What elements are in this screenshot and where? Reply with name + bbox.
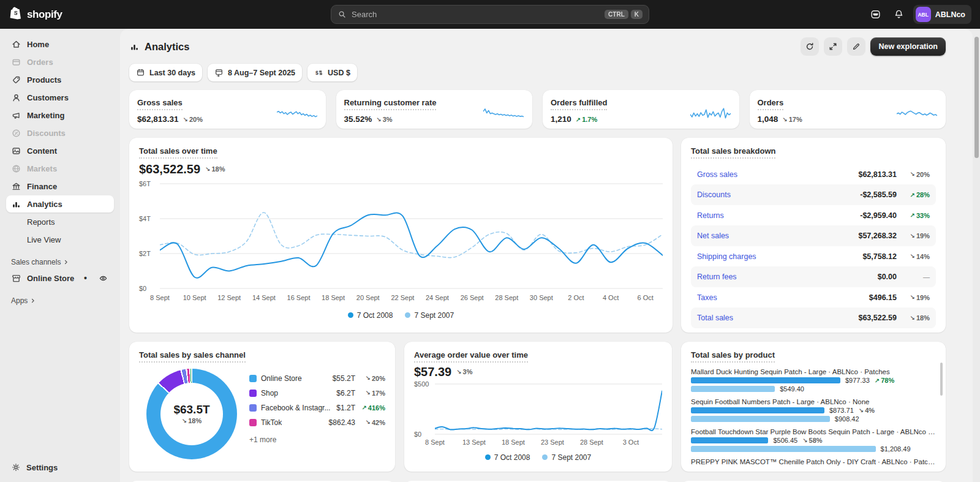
sales-channel-donut[interactable]: $63.5T ↘18%: [146, 369, 237, 459]
sidebar-item-analytics[interactable]: Analytics: [6, 195, 114, 213]
x-tick-label: 26 Sept: [461, 294, 484, 301]
legend-item-7-sept-2007[interactable]: 7 Sept 2007: [405, 311, 454, 320]
metric-title[interactable]: Orders fulfilled: [551, 98, 607, 110]
total-sales-line-chart[interactable]: [160, 183, 663, 290]
search-placeholder: Search: [352, 10, 377, 19]
product-name-link[interactable]: Mallard Duck Hunting Sequin Patch - Larg…: [691, 368, 936, 375]
sidebar-item-reports[interactable]: Reports: [6, 213, 114, 230]
legend-item-7-sept-2007[interactable]: 7 Sept 2007: [542, 453, 591, 462]
metric-card-orders: Orders1,048↘17%: [750, 90, 946, 129]
product-name-link[interactable]: Sequin Football Numbers Patch - Large · …: [691, 398, 936, 405]
breakdown-link[interactable]: Return fees: [697, 273, 737, 281]
filter-usd[interactable]: $USD $: [307, 64, 357, 81]
sidebar-item-label: Markets: [27, 164, 57, 173]
sales-by-product-card: Total sales by product Mallard Duck Hunt…: [681, 342, 946, 472]
chevron-right-icon: [62, 258, 70, 266]
user-name: ABLNco: [935, 10, 965, 19]
filter-8-aug-7-sept-2025[interactable]: 8 Aug–7 Sept 2025: [208, 64, 302, 81]
average-order-value-title[interactable]: Average order value over time: [414, 350, 528, 363]
sidekick-icon[interactable]: [867, 6, 885, 24]
product-bar-previous: $908.42: [691, 416, 936, 423]
content-icon: [11, 146, 21, 156]
sidebar-item-home[interactable]: Home: [6, 36, 114, 53]
channel-legend-facebook-instagr[interactable]: Facebook & Instagr...$1.2T↗416%: [249, 401, 385, 415]
x-tick-label: 24 Sept: [426, 294, 449, 301]
x-tick-label: 12 Sept: [217, 294, 241, 301]
channel-legend-online-store[interactable]: Online Store$55.2T↘20%: [249, 371, 385, 386]
y-tick-label: $6T: [139, 180, 151, 187]
total-sales-over-time-title[interactable]: Total sales over time: [139, 146, 217, 159]
eye-icon[interactable]: [97, 273, 109, 284]
sidebar-item-markets[interactable]: Markets: [6, 160, 114, 177]
breakdown-link[interactable]: Discounts: [697, 190, 731, 199]
y-axis-labels: $0$2T$4T$6T: [139, 183, 160, 290]
sidebar-section-apps[interactable]: Apps: [11, 296, 109, 305]
delta: ↘3%: [376, 116, 392, 123]
breakdown-link[interactable]: Shipping charges: [697, 252, 756, 261]
legend-item-7-oct-2008[interactable]: 7 Oct 2008: [348, 311, 393, 320]
edit-pencil-icon[interactable]: [847, 37, 865, 56]
notifications-bell-icon[interactable]: [890, 6, 908, 24]
product-item: Mallard Duck Hunting Sequin Patch - Larg…: [691, 368, 936, 393]
gear-icon: [11, 462, 21, 472]
aov-line-chart[interactable]: [435, 383, 662, 435]
breakdown-link[interactable]: Net sales: [697, 232, 729, 240]
sales-by-product-title[interactable]: Total sales by product: [691, 350, 775, 363]
legend-item-7-oct-2008[interactable]: 7 Oct 2008: [485, 453, 530, 462]
discounts-icon: [11, 128, 21, 138]
page-title: Analytics: [129, 41, 189, 53]
breakdown-link[interactable]: Taxes: [697, 293, 717, 302]
sales-by-channel-title[interactable]: Total sales by sales channel: [139, 350, 246, 363]
sidebar-item-orders[interactable]: Orders: [6, 53, 114, 70]
sidebar-item-customers[interactable]: Customers: [6, 89, 114, 106]
channel-name: Shop: [261, 389, 278, 397]
metric-card-gross-sales: Gross sales$62,813.31↘20%: [129, 90, 326, 129]
metric-value: 1,048: [758, 115, 778, 124]
sidebar-item-content[interactable]: Content: [6, 142, 114, 159]
sidebar-item-finance[interactable]: Finance: [6, 178, 114, 195]
legend-swatch: [249, 375, 257, 382]
expand-icon[interactable]: [824, 37, 842, 56]
legend-swatch: [249, 419, 257, 426]
sidebar-item-live-view[interactable]: Live View: [6, 231, 114, 248]
user-menu[interactable]: ABL ABLNco: [913, 5, 971, 24]
channel-legend-shop[interactable]: Shop$6.2T↘17%: [249, 386, 385, 401]
new-exploration-button[interactable]: New exploration: [870, 37, 946, 56]
kbd-k: K: [631, 10, 643, 19]
product-name-link[interactable]: Football Touchdown Star Purple Bow Boots…: [691, 428, 936, 435]
total-sales-breakdown-title[interactable]: Total sales breakdown: [691, 146, 775, 159]
sidebar-item-marketing[interactable]: Marketing: [6, 107, 114, 124]
breakdown-link[interactable]: Gross sales: [697, 170, 737, 179]
channel-legend-tiktok[interactable]: TikTok$862.43↘42%: [249, 415, 385, 430]
search-input[interactable]: Search CTRL K: [331, 5, 649, 24]
metric-title[interactable]: Returning customer rate: [344, 98, 437, 110]
sidebar-item-discounts[interactable]: Discounts: [6, 124, 114, 141]
sidebar-item-products[interactable]: Products: [6, 71, 114, 88]
sidebar-item-online-store[interactable]: Online Store •: [6, 269, 114, 287]
delta: ↘42%: [366, 419, 385, 426]
channel-more-link[interactable]: +1 more: [249, 435, 385, 444]
breakdown-link[interactable]: Returns: [697, 211, 724, 220]
card-scrollbar[interactable]: [940, 363, 943, 396]
sparkline-chart: [483, 105, 524, 122]
refresh-icon[interactable]: [801, 37, 819, 56]
shopify-logo[interactable]: S shopify: [9, 6, 62, 23]
channel-value: $1.2T: [336, 404, 355, 412]
sidebar-item-label: Marketing: [27, 111, 64, 120]
product-name-link[interactable]: PREPPY PINK MASCOT™ Chenille Patch Only …: [691, 458, 936, 465]
settings-label: Settings: [26, 463, 58, 472]
online-store-label: Online Store: [27, 274, 74, 283]
metric-cards: Gross sales$62,813.31↘20%Returning custo…: [129, 90, 946, 129]
markets-icon: [11, 164, 21, 174]
y-tick-label: $0: [414, 431, 421, 438]
total-sales-delta: ↘18%: [205, 165, 225, 173]
x-tick-label: 6 Oct: [638, 294, 654, 301]
metric-card-orders-fulfilled: Orders fulfilled1,210↗1.7%: [543, 90, 739, 129]
metric-title[interactable]: Orders: [758, 98, 784, 110]
page-scrollbar[interactable]: [974, 37, 979, 158]
metric-title[interactable]: Gross sales: [137, 98, 183, 110]
sidebar-item-settings[interactable]: Settings: [6, 459, 114, 476]
filter-last-30-days[interactable]: Last 30 days: [129, 64, 202, 81]
sidebar-section-sales-channels[interactable]: Sales channels: [11, 258, 109, 266]
breakdown-link[interactable]: Total sales: [697, 314, 733, 322]
